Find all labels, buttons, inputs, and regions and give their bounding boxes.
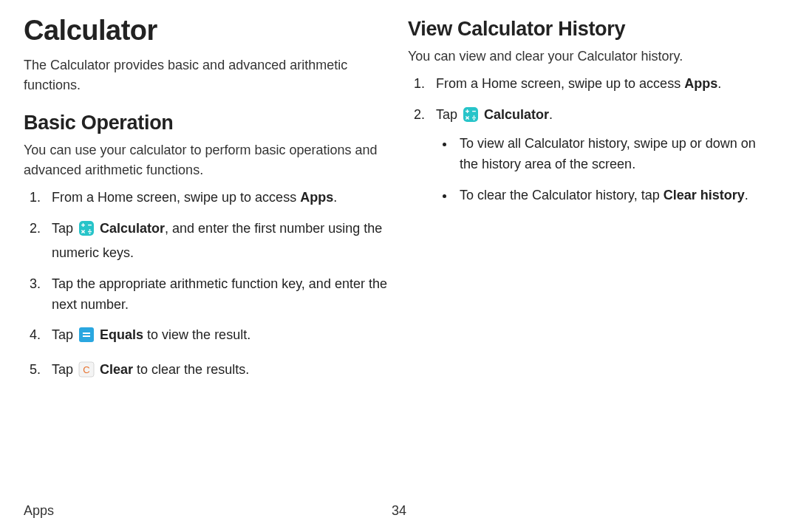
left-column: Calculator The Calculator provides basic… bbox=[24, 15, 390, 395]
text: Tap bbox=[52, 362, 77, 377]
text: . bbox=[333, 190, 337, 205]
basic-step-1: From a Home screen, swipe up to access A… bbox=[44, 188, 390, 208]
text: From a Home screen, swipe up to access bbox=[52, 190, 300, 205]
text: To clear the Calculator history, tap bbox=[460, 188, 664, 202]
footer-page-number: 34 bbox=[392, 503, 406, 519]
calculator-label: Calculator bbox=[100, 221, 165, 236]
intro-text: The Calculator provides basic and advanc… bbox=[24, 55, 390, 95]
text: to view the result. bbox=[143, 327, 250, 342]
text: . bbox=[717, 76, 721, 91]
svg-rect-9 bbox=[79, 327, 94, 342]
svg-rect-0 bbox=[79, 221, 94, 236]
history-bullet-1: To view all Calculator history, swipe up… bbox=[455, 134, 774, 175]
basic-heading: Basic Operation bbox=[24, 112, 390, 134]
history-steps-list: From a Home screen, swipe up to access A… bbox=[408, 74, 774, 205]
history-bullet-2: To clear the Calculator history, tap Cle… bbox=[455, 185, 774, 206]
text: . bbox=[745, 188, 748, 202]
svg-point-22 bbox=[474, 119, 475, 120]
apps-label: Apps bbox=[684, 76, 717, 91]
svg-point-7 bbox=[89, 229, 91, 231]
text: to clear the results. bbox=[133, 362, 249, 377]
columns: Calculator The Calculator provides basic… bbox=[24, 15, 774, 395]
footer-section: Apps bbox=[24, 503, 54, 519]
text: . bbox=[549, 107, 553, 122]
page-footer: Apps 34 bbox=[24, 503, 774, 519]
text: From a Home screen, swipe up to access bbox=[436, 76, 684, 91]
svg-point-8 bbox=[89, 233, 91, 234]
basic-steps-list: From a Home screen, swipe up to access A… bbox=[24, 188, 390, 384]
text: Tap the appropriate arithmetic function … bbox=[52, 276, 387, 312]
svg-point-21 bbox=[474, 115, 475, 117]
clear-history-label: Clear history bbox=[664, 188, 745, 202]
equals-label: Equals bbox=[100, 327, 143, 342]
equals-icon bbox=[78, 327, 95, 349]
clear-label: Clear bbox=[100, 362, 133, 377]
history-bullets: To view all Calculator history, swipe up… bbox=[436, 134, 774, 206]
basic-step-4: Tap Equals to view the result. bbox=[44, 325, 390, 349]
calculator-icon bbox=[78, 220, 95, 243]
clear-c-icon: C bbox=[78, 361, 95, 384]
basic-lead: You can use your calculator to perform b… bbox=[24, 140, 390, 180]
history-lead: You can view and clear your Calculator h… bbox=[408, 47, 774, 66]
text: Tap bbox=[52, 221, 77, 236]
history-heading: View Calculator History bbox=[408, 18, 774, 41]
svg-rect-14 bbox=[463, 107, 478, 122]
svg-text:C: C bbox=[83, 364, 89, 375]
right-column: View Calculator History You can view and… bbox=[408, 15, 774, 395]
text: To view all Calculator history, swipe up… bbox=[460, 136, 756, 171]
apps-label: Apps bbox=[300, 190, 333, 205]
calculator-icon bbox=[463, 106, 479, 129]
text: Tap bbox=[436, 107, 461, 122]
calculator-label: Calculator bbox=[484, 107, 549, 122]
basic-step-3: Tap the appropriate arithmetic function … bbox=[44, 274, 390, 316]
page-root: Calculator The Calculator provides basic… bbox=[0, 0, 798, 532]
history-step-1: From a Home screen, swipe up to access A… bbox=[429, 74, 774, 95]
basic-step-2: Tap bbox=[44, 219, 390, 264]
text: Tap bbox=[52, 327, 77, 342]
basic-step-5: Tap C Clear to clear the results. bbox=[44, 360, 390, 384]
page-title: Calculator bbox=[24, 15, 390, 47]
history-step-2: Tap Calculator. bbox=[429, 105, 774, 206]
